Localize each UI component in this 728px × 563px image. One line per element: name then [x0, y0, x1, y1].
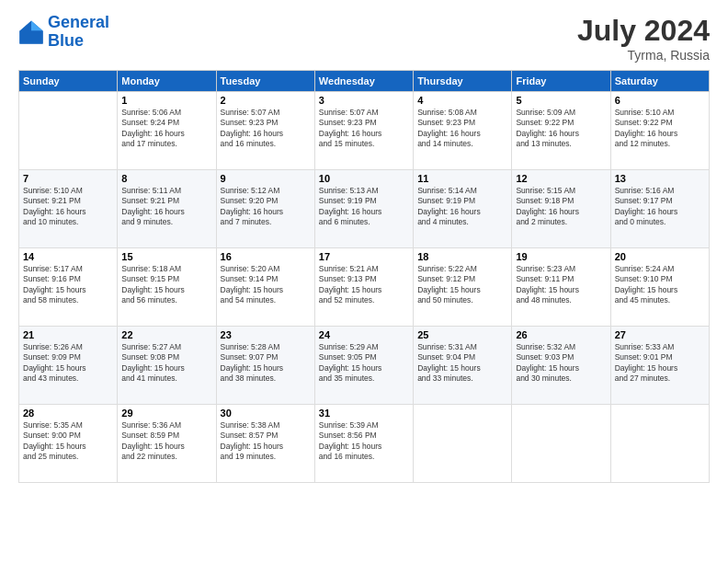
- day-cell: 26Sunrise: 5:32 AM Sunset: 9:03 PM Dayli…: [512, 327, 610, 405]
- day-info: Sunrise: 5:14 AM Sunset: 9:19 PM Dayligh…: [417, 186, 507, 228]
- day-cell: 20Sunrise: 5:24 AM Sunset: 9:10 PM Dayli…: [610, 248, 709, 327]
- day-number: 16: [221, 251, 311, 262]
- day-info: Sunrise: 5:35 AM Sunset: 9:00 PM Dayligh…: [23, 420, 113, 463]
- day-info: Sunrise: 5:23 AM Sunset: 9:11 PM Dayligh…: [516, 264, 606, 306]
- day-number: 4: [417, 95, 507, 106]
- day-info: Sunrise: 5:24 AM Sunset: 9:10 PM Dayligh…: [615, 264, 705, 306]
- day-cell: 8Sunrise: 5:11 AM Sunset: 9:21 PM Daylig…: [118, 170, 216, 248]
- week-row-3: 21Sunrise: 5:26 AM Sunset: 9:09 PM Dayli…: [19, 327, 710, 405]
- day-info: Sunrise: 5:17 AM Sunset: 9:16 PM Dayligh…: [23, 264, 113, 306]
- day-number: 3: [319, 95, 409, 106]
- day-cell: 31Sunrise: 5:39 AM Sunset: 8:56 PM Dayli…: [314, 405, 413, 483]
- day-cell: [512, 405, 610, 483]
- day-info: Sunrise: 5:26 AM Sunset: 9:09 PM Dayligh…: [23, 342, 113, 385]
- day-cell: 10Sunrise: 5:13 AM Sunset: 9:19 PM Dayli…: [314, 170, 413, 248]
- day-info: Sunrise: 5:20 AM Sunset: 9:14 PM Dayligh…: [221, 264, 311, 306]
- day-number: 20: [615, 251, 705, 262]
- col-header-monday: Monday: [118, 71, 216, 92]
- col-header-sunday: Sunday: [19, 71, 118, 92]
- day-number: 24: [319, 329, 409, 340]
- day-number: 31: [319, 408, 409, 419]
- day-number: 21: [23, 329, 113, 340]
- day-number: 22: [121, 329, 211, 340]
- col-header-saturday: Saturday: [610, 71, 709, 92]
- day-number: 1: [121, 95, 211, 106]
- day-info: Sunrise: 5:18 AM Sunset: 9:15 PM Dayligh…: [121, 264, 211, 306]
- day-cell: 4Sunrise: 5:08 AM Sunset: 9:23 PM Daylig…: [414, 92, 512, 170]
- day-cell: 23Sunrise: 5:28 AM Sunset: 9:07 PM Dayli…: [216, 327, 314, 405]
- day-info: Sunrise: 5:33 AM Sunset: 9:01 PM Dayligh…: [615, 342, 705, 385]
- day-info: Sunrise: 5:12 AM Sunset: 9:20 PM Dayligh…: [221, 186, 311, 228]
- day-number: 15: [121, 251, 211, 262]
- day-info: Sunrise: 5:29 AM Sunset: 9:05 PM Dayligh…: [319, 342, 409, 385]
- day-number: 2: [221, 95, 311, 106]
- day-cell: 28Sunrise: 5:35 AM Sunset: 9:00 PM Dayli…: [19, 405, 118, 483]
- calendar-table: SundayMondayTuesdayWednesdayThursdayFrid…: [18, 70, 710, 483]
- day-info: Sunrise: 5:16 AM Sunset: 9:17 PM Dayligh…: [615, 186, 705, 228]
- day-number: 5: [516, 95, 606, 106]
- day-cell: 21Sunrise: 5:26 AM Sunset: 9:09 PM Dayli…: [19, 327, 118, 405]
- day-cell: 1Sunrise: 5:06 AM Sunset: 9:24 PM Daylig…: [118, 92, 216, 170]
- title-block: July 2024 Tyrma, Russia: [577, 14, 710, 63]
- day-info: Sunrise: 5:07 AM Sunset: 9:23 PM Dayligh…: [319, 108, 409, 150]
- logo-line1: General: [48, 13, 109, 31]
- day-cell: [610, 405, 709, 483]
- day-cell: 2Sunrise: 5:07 AM Sunset: 9:23 PM Daylig…: [216, 92, 314, 170]
- day-cell: 5Sunrise: 5:09 AM Sunset: 9:22 PM Daylig…: [512, 92, 610, 170]
- day-number: 25: [417, 329, 507, 340]
- week-row-4: 28Sunrise: 5:35 AM Sunset: 9:00 PM Dayli…: [19, 405, 710, 483]
- day-info: Sunrise: 5:39 AM Sunset: 8:56 PM Dayligh…: [319, 420, 409, 463]
- day-cell: 22Sunrise: 5:27 AM Sunset: 9:08 PM Dayli…: [118, 327, 216, 405]
- day-number: 18: [417, 251, 507, 262]
- day-info: Sunrise: 5:28 AM Sunset: 9:07 PM Dayligh…: [221, 342, 311, 385]
- day-number: 23: [221, 329, 311, 340]
- week-row-0: 1Sunrise: 5:06 AM Sunset: 9:24 PM Daylig…: [19, 92, 710, 170]
- month-title: July 2024: [577, 14, 710, 48]
- page: General Blue July 2024 Tyrma, Russia Sun…: [0, 0, 728, 563]
- day-cell: 3Sunrise: 5:07 AM Sunset: 9:23 PM Daylig…: [314, 92, 413, 170]
- col-header-thursday: Thursday: [414, 71, 512, 92]
- day-number: 9: [221, 173, 311, 184]
- week-row-2: 14Sunrise: 5:17 AM Sunset: 9:16 PM Dayli…: [19, 248, 710, 327]
- day-number: 12: [516, 173, 606, 184]
- day-number: 6: [615, 95, 705, 106]
- location: Tyrma, Russia: [577, 48, 710, 63]
- logo: General Blue: [18, 14, 109, 51]
- day-info: Sunrise: 5:13 AM Sunset: 9:19 PM Dayligh…: [319, 186, 409, 228]
- day-number: 27: [615, 329, 705, 340]
- day-cell: 24Sunrise: 5:29 AM Sunset: 9:05 PM Dayli…: [314, 327, 413, 405]
- day-info: Sunrise: 5:07 AM Sunset: 9:23 PM Dayligh…: [221, 108, 311, 150]
- day-info: Sunrise: 5:06 AM Sunset: 9:24 PM Dayligh…: [121, 108, 211, 150]
- day-number: 19: [516, 251, 606, 262]
- day-info: Sunrise: 5:10 AM Sunset: 9:21 PM Dayligh…: [23, 186, 113, 228]
- day-info: Sunrise: 5:32 AM Sunset: 9:03 PM Dayligh…: [516, 342, 606, 385]
- day-info: Sunrise: 5:22 AM Sunset: 9:12 PM Dayligh…: [417, 264, 507, 306]
- day-cell: 6Sunrise: 5:10 AM Sunset: 9:22 PM Daylig…: [610, 92, 709, 170]
- day-info: Sunrise: 5:15 AM Sunset: 9:18 PM Dayligh…: [516, 186, 606, 228]
- day-cell: 17Sunrise: 5:21 AM Sunset: 9:13 PM Dayli…: [314, 248, 413, 327]
- day-number: 11: [417, 173, 507, 184]
- day-cell: [19, 92, 118, 170]
- day-cell: 19Sunrise: 5:23 AM Sunset: 9:11 PM Dayli…: [512, 248, 610, 327]
- day-number: 13: [615, 173, 705, 184]
- logo-line2: Blue: [48, 31, 84, 50]
- day-cell: 16Sunrise: 5:20 AM Sunset: 9:14 PM Dayli…: [216, 248, 314, 327]
- day-cell: 7Sunrise: 5:10 AM Sunset: 9:21 PM Daylig…: [19, 170, 118, 248]
- header: General Blue July 2024 Tyrma, Russia: [18, 14, 710, 63]
- day-number: 10: [319, 173, 409, 184]
- day-info: Sunrise: 5:38 AM Sunset: 8:57 PM Dayligh…: [221, 420, 311, 463]
- day-cell: 15Sunrise: 5:18 AM Sunset: 9:15 PM Dayli…: [118, 248, 216, 327]
- day-info: Sunrise: 5:31 AM Sunset: 9:04 PM Dayligh…: [417, 342, 507, 385]
- day-number: 26: [516, 329, 606, 340]
- logo-icon: [18, 19, 44, 45]
- day-cell: 27Sunrise: 5:33 AM Sunset: 9:01 PM Dayli…: [610, 327, 709, 405]
- col-header-wednesday: Wednesday: [314, 71, 413, 92]
- day-number: 29: [121, 408, 211, 419]
- day-number: 7: [23, 173, 113, 184]
- day-info: Sunrise: 5:09 AM Sunset: 9:22 PM Dayligh…: [516, 108, 606, 150]
- day-info: Sunrise: 5:08 AM Sunset: 9:23 PM Dayligh…: [417, 108, 507, 150]
- day-info: Sunrise: 5:27 AM Sunset: 9:08 PM Dayligh…: [121, 342, 211, 385]
- day-cell: 13Sunrise: 5:16 AM Sunset: 9:17 PM Dayli…: [610, 170, 709, 248]
- day-number: 8: [121, 173, 211, 184]
- day-number: 17: [319, 251, 409, 262]
